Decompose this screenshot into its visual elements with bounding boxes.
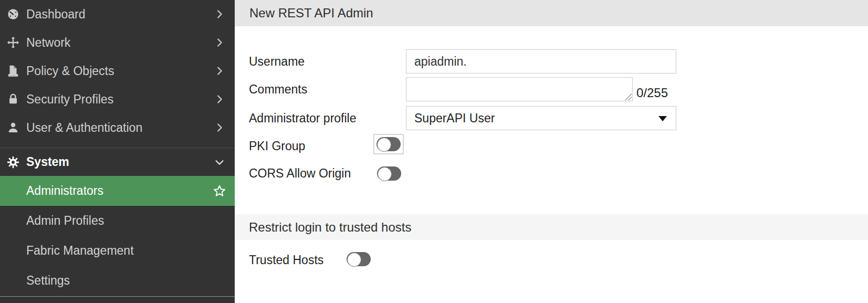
sidebar-subitem-admin-profiles[interactable]: Admin Profiles [0,206,235,236]
pki-group-toggle[interactable] [377,137,401,151]
page-title: New REST API Admin [249,6,373,20]
cors-allow-origin-label: CORS Allow Origin [249,161,351,185]
sidebar-item-label: Policy & Objects [26,64,214,78]
sidebar-item-system[interactable]: System [0,148,235,176]
chevron-right-icon [214,93,225,105]
username-input[interactable] [406,49,676,74]
sidebar-subitem-label: Administrators [26,184,103,198]
sidebar-divider [0,296,235,297]
chevron-right-icon [214,65,225,77]
chevron-right-icon [214,8,225,20]
sidebar-subitem-label: Settings [26,274,70,288]
main-content: New REST API Admin Username Comments 0/2… [235,0,868,303]
chevron-right-icon [214,122,225,133]
fortigate-app: Dashboard Network Policy & Objects [0,0,868,303]
sidebar-nav: Dashboard Network Policy & Objects [0,0,235,303]
sidebar-item-label: User & Authentication [26,121,214,135]
page-header: New REST API Admin [235,0,868,26]
administrator-profile-label: Administrator profile [249,106,357,130]
star-outline-icon[interactable] [212,183,227,199]
lock-icon [5,92,21,106]
chevron-down-icon [214,156,225,168]
sidebar-item-label: Security Profiles [26,92,214,107]
pki-group-label: PKI Group [249,134,305,158]
gauge-icon [5,7,21,21]
caret-down-icon [658,116,667,121]
gear-icon [5,155,21,169]
comments-textarea[interactable] [406,77,633,101]
resize-handle-icon[interactable] [624,93,632,100]
comments-label: Comments [249,77,307,101]
trusted-hosts-label: Trusted Hosts [249,248,323,272]
sidebar-subitem-fabric-management[interactable]: Fabric Management [0,236,235,266]
sidebar-item-label: Dashboard [26,7,214,22]
document-icon [5,64,21,78]
comments-char-counter: 0/255 [636,86,668,100]
sidebar-item-label: System [26,155,214,169]
cors-allow-origin-toggle[interactable] [377,166,401,181]
administrator-profile-select[interactable]: SuperAPI User [406,106,676,130]
move-icon [5,36,21,49]
sidebar-item-security-profiles[interactable]: Security Profiles [0,85,235,113]
sidebar-subitem-label: Fabric Management [26,244,134,258]
sidebar-item-label: Network [26,36,214,50]
section-title: Restrict login to trusted hosts [249,220,411,235]
user-icon [5,121,21,134]
sidebar-item-network[interactable]: Network [0,28,235,57]
section-header-trusted-hosts: Restrict login to trusted hosts [235,214,868,240]
comments-field-wrapper [406,77,633,101]
administrator-profile-value: SuperAPI User [414,111,495,126]
sidebar-item-dashboard[interactable]: Dashboard [0,0,235,28]
sidebar-subitem-administrators[interactable]: Administrators [0,176,235,206]
sidebar-item-policy-objects[interactable]: Policy & Objects [0,57,235,85]
sidebar-subitem-settings[interactable]: Settings [0,266,235,296]
sidebar-item-user-authentication[interactable]: User & Authentication [0,113,235,142]
trusted-hosts-toggle[interactable] [347,252,371,266]
username-label: Username [249,49,305,74]
sidebar-subitem-label: Admin Profiles [26,214,104,228]
pki-group-toggle-focus-ring [373,134,404,154]
chevron-right-icon [214,37,225,48]
